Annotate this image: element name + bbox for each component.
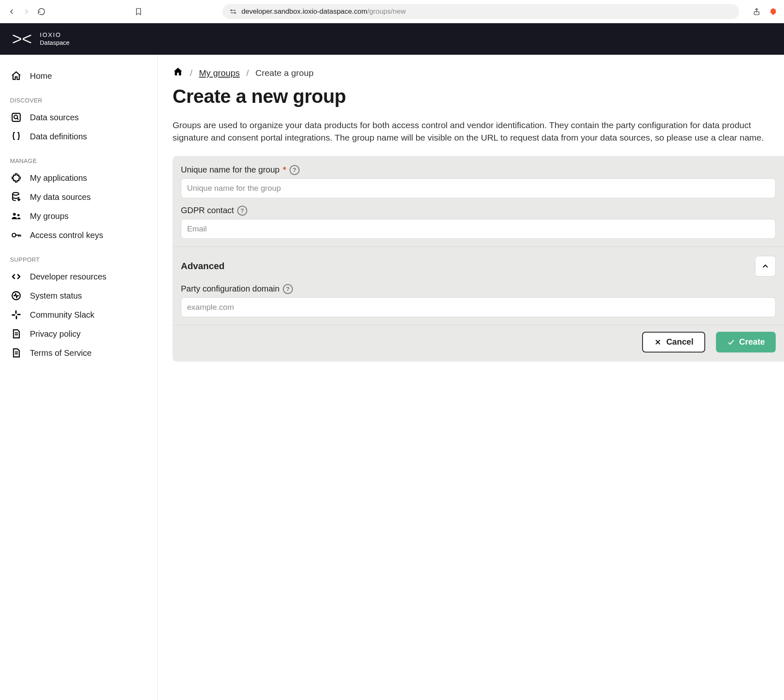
extension-icon [10,173,22,183]
sidebar-item-data-definitions[interactable]: Data definitions [10,127,157,146]
sidebar-item-label: Developer resources [30,272,107,282]
cancel-button-label: Cancel [666,337,694,347]
advanced-toggle-button[interactable] [755,256,776,277]
share-icon[interactable] [752,7,761,16]
code-icon [10,271,22,282]
site-settings-icon[interactable] [229,7,237,16]
sidebar-item-home[interactable]: Home [10,66,157,85]
forward-button[interactable] [22,7,32,17]
url-bar[interactable]: developer.sandbox.ioxio-dataspace.com/gr… [222,4,739,19]
braces-icon [10,131,22,142]
svg-rect-21 [15,310,17,314]
svg-point-16 [12,233,16,237]
activity-icon [10,290,22,301]
create-button-label: Create [739,337,765,347]
slack-icon [10,309,22,320]
search-icon [10,112,22,123]
page-description: Groups are used to organize your data pr… [158,119,784,144]
url-path: /groups/new [367,7,406,15]
sidebar-item-terms[interactable]: Terms of Service [10,343,157,362]
sidebar-item-label: Data sources [30,113,79,122]
bookmark-icon[interactable] [134,7,143,16]
sidebar-item-label: My applications [30,173,87,183]
sidebar-item-label: My groups [30,211,68,221]
sidebar-item-label: Access control keys [30,231,103,240]
svg-rect-23 [16,316,17,319]
reload-button[interactable] [37,7,46,17]
sidebar-item-my-data-sources[interactable]: My data sources [10,187,157,207]
required-indicator: * [283,165,286,175]
sidebar-item-dev-resources[interactable]: Developer resources [10,267,157,286]
sidebar-item-label: Data definitions [30,132,87,141]
home-icon [10,70,22,81]
breadcrumb: / My groups / Create a group [158,66,784,79]
help-icon[interactable]: ? [290,165,299,175]
help-icon[interactable]: ? [237,206,247,216]
svg-point-15 [17,214,19,216]
svg-rect-24 [12,314,15,316]
logo-icon [12,32,32,46]
sidebar-item-label: My data sources [30,192,91,202]
sidebar-section-support: SUPPORT [10,256,157,263]
document-icon [10,348,22,358]
url-domain: developer.sandbox.ioxio-dataspace.com [241,7,367,15]
group-name-input[interactable] [181,178,776,198]
cancel-button[interactable]: Cancel [642,332,705,352]
app-header: IOXIO Dataspace [0,23,784,55]
sidebar-item-label: Terms of Service [30,348,92,358]
logo-text: IOXIO Dataspace [40,31,70,47]
party-domain-label: Party configuration domain [181,284,280,294]
svg-rect-9 [12,113,20,122]
svg-rect-22 [17,314,21,315]
crumb-separator: / [190,68,192,78]
svg-line-8 [23,39,31,43]
sidebar-item-privacy-policy[interactable]: Privacy policy [10,324,157,343]
gdpr-contact-input[interactable] [181,219,776,239]
svg-point-2 [234,12,236,13]
home-icon[interactable] [173,66,183,79]
sidebar-item-label: Community Slack [30,310,95,320]
svg-point-12 [12,192,19,195]
sidebar-section-manage: MANAGE [10,158,157,164]
main-content: / My groups / Create a group Create a ne… [158,55,784,700]
svg-line-7 [13,39,21,43]
party-domain-input[interactable] [181,297,776,317]
sidebar-item-data-sources[interactable]: Data sources [10,108,157,127]
brave-icon[interactable] [769,7,777,16]
svg-line-6 [23,35,31,39]
svg-line-11 [17,118,18,119]
breadcrumb-current: Create a group [256,68,314,78]
back-button[interactable] [7,7,17,17]
help-icon[interactable]: ? [283,284,293,294]
advanced-title: Advanced [181,261,224,272]
sidebar-item-community-slack[interactable]: Community Slack [10,305,157,324]
sidebar-item-system-status[interactable]: System status [10,286,157,305]
sidebar-item-label: Home [30,71,52,81]
page-title: Create a new group [158,85,784,107]
sidebar-item-access-keys[interactable]: Access control keys [10,226,157,245]
svg-point-14 [13,213,16,216]
sidebar-item-my-applications[interactable]: My applications [10,168,157,187]
browser-chrome: developer.sandbox.ioxio-dataspace.com/gr… [0,0,784,23]
name-label: Unique name for the group [181,165,280,175]
database-icon [10,192,22,202]
gdpr-label: GDPR contact [181,206,234,215]
svg-point-0 [231,10,232,11]
create-button[interactable]: Create [716,332,776,352]
breadcrumb-my-groups[interactable]: My groups [199,68,240,78]
sidebar-section-discover: DISCOVER [10,97,157,104]
sidebar-item-label: System status [30,291,82,301]
crumb-separator: / [246,68,249,78]
key-icon [10,230,22,241]
svg-line-5 [13,35,21,39]
sidebar: Home DISCOVER Data sources Data definiti… [0,55,158,700]
document-icon [10,328,22,339]
form-card: Unique name for the group * ? GDPR conta… [173,156,784,362]
groups-icon [10,211,22,221]
sidebar-item-label: Privacy policy [30,329,80,339]
sidebar-item-my-groups[interactable]: My groups [10,207,157,226]
svg-point-10 [14,115,18,119]
